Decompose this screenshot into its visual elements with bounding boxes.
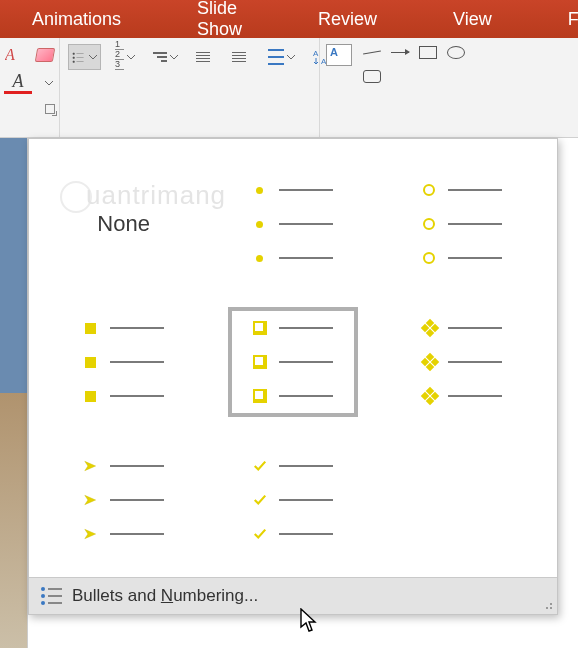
numbering-button[interactable]: 1—2—3— xyxy=(111,44,139,70)
dropdown-arrow-icon[interactable] xyxy=(45,79,53,87)
bullets-and-numbering-menuitem[interactable]: Bullets and Numbering... xyxy=(29,577,557,614)
text-box-button[interactable] xyxy=(326,44,352,131)
slide-background xyxy=(0,138,28,648)
dropdown-arrow-icon[interactable] xyxy=(127,53,135,61)
textbox-icon xyxy=(326,44,352,66)
bullet-option-circle[interactable] xyxy=(398,169,527,279)
svg-text:A: A xyxy=(313,49,319,58)
increase-indent-button[interactable] xyxy=(228,44,254,70)
bullet-option-arrow[interactable] xyxy=(59,445,188,555)
shape-arrow[interactable] xyxy=(390,44,410,60)
bullets-icon xyxy=(72,51,86,63)
tab-animations[interactable]: Animations xyxy=(14,0,139,38)
tab-review[interactable]: Review xyxy=(300,0,395,38)
shape-rrect[interactable] xyxy=(362,68,382,84)
font-color-button[interactable]: A xyxy=(4,72,32,94)
dropdown-arrow-icon[interactable] xyxy=(287,53,295,61)
shape-rect[interactable] xyxy=(418,44,438,60)
clear-formatting-button[interactable]: A xyxy=(4,44,26,66)
font-group-partial: A A xyxy=(0,38,60,137)
decrease-indent-button[interactable] xyxy=(192,44,218,70)
decrease-indent-icon xyxy=(196,50,214,64)
tab-view[interactable]: View xyxy=(435,0,510,38)
dialog-launcher-font[interactable] xyxy=(45,104,55,114)
increase-indent-icon xyxy=(232,50,250,64)
ribbon-body: A A 1—2—3— xyxy=(0,38,578,138)
bullets-dropdown-panel: None xyxy=(28,138,558,615)
numbering-icon: 1—2—3— xyxy=(115,42,124,72)
bullet-option-hollow-square[interactable] xyxy=(228,307,357,417)
ribbon-tab-bar: Animations Slide Show Review View For xyxy=(0,0,578,38)
bullets-and-numbering-label: Bullets and Numbering... xyxy=(72,586,258,606)
bullets-list-icon xyxy=(41,587,62,605)
tab-slideshow[interactable]: Slide Show xyxy=(179,0,260,38)
shape-oval[interactable] xyxy=(446,44,466,60)
resize-grip-icon[interactable] xyxy=(543,600,553,610)
paragraph-group: 1—2—3— AA xyxy=(60,38,320,137)
bullets-gallery: None xyxy=(29,139,557,577)
bullets-button[interactable] xyxy=(68,44,101,70)
shape-line[interactable] xyxy=(362,44,382,60)
line-spacing-icon xyxy=(268,49,284,65)
bullet-option-dot[interactable] xyxy=(228,169,357,279)
drawing-group xyxy=(320,38,578,137)
svg-text:A: A xyxy=(5,46,15,63)
multilevel-icon xyxy=(153,52,167,62)
bullet-option-four-diamond[interactable] xyxy=(398,307,527,417)
bullet-option-check[interactable] xyxy=(228,445,357,555)
bullet-option-square[interactable] xyxy=(59,307,188,417)
tab-format-partial[interactable]: For xyxy=(550,0,578,38)
bullet-option-none[interactable]: None xyxy=(59,169,188,279)
dropdown-arrow-icon[interactable] xyxy=(170,53,178,61)
none-label: None xyxy=(97,211,150,237)
list-level-button[interactable] xyxy=(149,44,182,70)
dropdown-arrow-icon[interactable] xyxy=(89,53,97,61)
eraser-icon xyxy=(36,48,54,62)
line-spacing-button[interactable] xyxy=(264,44,299,70)
